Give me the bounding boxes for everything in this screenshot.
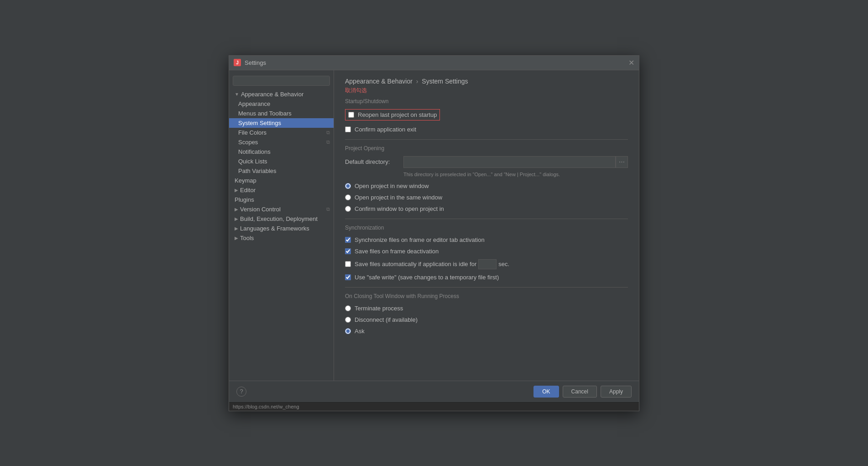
sidebar-item-path-variables[interactable]: Path Variables bbox=[229, 166, 334, 176]
sidebar-label-scopes: Scopes bbox=[238, 139, 258, 146]
close-button[interactable]: ✕ bbox=[628, 58, 634, 67]
save-deactivation-label: Save files on frame deactivation bbox=[355, 248, 439, 255]
sidebar-item-scopes[interactable]: Scopes⧉ bbox=[229, 137, 334, 147]
confirm-exit-checkbox[interactable] bbox=[345, 126, 351, 132]
ask-row: Ask bbox=[345, 327, 628, 335]
reopen-checkbox-row[interactable]: Reopen last project on startup bbox=[345, 109, 440, 120]
sidebar-item-build-execution[interactable]: ▶Build, Execution, Deployment bbox=[229, 214, 334, 224]
cancel-button[interactable]: Cancel bbox=[563, 386, 597, 398]
confirm-window-row: Confirm window to open project in bbox=[345, 204, 628, 213]
sidebar-label-quick-lists: Quick Lists bbox=[238, 158, 267, 165]
browse-button[interactable]: ⋯ bbox=[616, 156, 628, 168]
sidebar-item-appearance-behavior[interactable]: ▼Appearance & Behavior bbox=[229, 89, 334, 99]
sidebar-label-keymap: Keymap bbox=[235, 177, 256, 184]
sidebar-label-menus-toolbars: Menus and Toolbars bbox=[238, 110, 292, 117]
sync-files-row: Synchronize files on frame or editor tab… bbox=[345, 236, 628, 244]
breadcrumb: Appearance & Behavior › System Settings bbox=[345, 78, 628, 85]
closing-section-label: On Closing Tool Window with Running Proc… bbox=[345, 293, 628, 299]
ask-label: Ask bbox=[355, 328, 365, 335]
disconnect-label: Disconnect (if available) bbox=[355, 316, 418, 323]
dir-hint: This directory is preselected in "Open..… bbox=[403, 172, 628, 177]
sidebar-item-appearance[interactable]: Appearance bbox=[229, 99, 334, 109]
arrow-icon-editor: ▶ bbox=[235, 188, 238, 193]
sidebar-label-version-control: Version Control bbox=[240, 206, 281, 213]
confirm-window-radio[interactable] bbox=[345, 206, 351, 212]
safe-write-checkbox[interactable] bbox=[345, 274, 351, 280]
terminate-label: Terminate process bbox=[355, 305, 403, 312]
sidebar-item-plugins[interactable]: Plugins bbox=[229, 195, 334, 204]
open-same-window-label: Open project in the same window bbox=[355, 194, 442, 201]
sidebar-item-version-control[interactable]: ▶Version Control⧉ bbox=[229, 204, 334, 214]
confirm-exit-label: Confirm application exit bbox=[355, 126, 416, 133]
sidebar-label-plugins: Plugins bbox=[235, 196, 254, 203]
sync-section-label: Synchronization bbox=[345, 225, 628, 231]
dialog-body: ▼Appearance & BehaviorAppearanceMenus an… bbox=[229, 70, 639, 381]
confirm-window-label: Confirm window to open project in bbox=[355, 205, 444, 212]
save-idle-unit: sec. bbox=[498, 261, 509, 267]
content-area: Appearance & Behavior › System Settings … bbox=[334, 70, 639, 381]
help-button[interactable]: ? bbox=[236, 387, 246, 397]
sidebar-item-system-settings[interactable]: System Settings bbox=[229, 118, 334, 128]
default-dir-input[interactable] bbox=[403, 156, 616, 168]
sidebar-label-appearance-behavior: Appearance & Behavior bbox=[241, 91, 303, 98]
open-same-window-radio[interactable] bbox=[345, 194, 351, 200]
help-icon: ? bbox=[240, 388, 243, 395]
save-idle-checkbox[interactable] bbox=[345, 261, 351, 267]
sidebar: ▼Appearance & BehaviorAppearanceMenus an… bbox=[229, 70, 334, 381]
highlight-annotation: 取消勾选 bbox=[345, 87, 628, 94]
disconnect-radio[interactable] bbox=[345, 317, 351, 323]
breadcrumb-part1: Appearance & Behavior bbox=[345, 78, 413, 85]
ok-button[interactable]: OK bbox=[533, 386, 559, 398]
open-new-window-row: Open project in new window bbox=[345, 182, 628, 190]
search-input[interactable] bbox=[237, 78, 326, 84]
footer: ? OK Cancel Apply bbox=[229, 381, 639, 402]
sidebar-label-languages-frameworks: Languages & Frameworks bbox=[240, 225, 309, 232]
sync-files-checkbox[interactable] bbox=[345, 237, 351, 243]
project-opening-section-label: Project Opening bbox=[345, 145, 628, 152]
safe-write-row: Use "safe write" (save changes to a temp… bbox=[345, 273, 628, 282]
sidebar-item-notifications[interactable]: Notifications bbox=[229, 147, 334, 157]
sidebar-item-tools[interactable]: ▶Tools bbox=[229, 233, 334, 243]
disconnect-row: Disconnect (if available) bbox=[345, 315, 628, 324]
open-same-window-row: Open project in the same window bbox=[345, 193, 628, 202]
save-idle-row: Save files automatically if application … bbox=[345, 258, 628, 270]
save-deactivation-row: Save files on frame deactivation bbox=[345, 247, 628, 256]
open-new-window-label: Open project in new window bbox=[355, 183, 429, 189]
arrow-icon-version-control: ▶ bbox=[235, 207, 238, 212]
status-bar: https://blog.csdn.net/w_cheng bbox=[229, 402, 639, 411]
sidebar-item-quick-lists[interactable]: Quick Lists bbox=[229, 157, 334, 166]
safe-write-label: Use "safe write" (save changes to a temp… bbox=[355, 274, 499, 281]
url-text: https://blog.csdn.net/w_cheng bbox=[233, 404, 299, 409]
sidebar-label-tools: Tools bbox=[240, 235, 254, 241]
reopen-checkbox[interactable] bbox=[348, 112, 354, 118]
titlebar-title: Settings bbox=[245, 59, 266, 66]
sidebar-label-system-settings: System Settings bbox=[238, 120, 281, 126]
terminate-row: Terminate process bbox=[345, 304, 628, 313]
open-new-window-radio[interactable] bbox=[345, 183, 351, 189]
sidebar-item-editor[interactable]: ▶Editor bbox=[229, 185, 334, 195]
arrow-icon-build-execution: ▶ bbox=[235, 216, 238, 221]
copy-icon-file-colors: ⧉ bbox=[326, 130, 330, 136]
ask-radio[interactable] bbox=[345, 328, 351, 334]
search-box[interactable] bbox=[233, 76, 330, 86]
sidebar-label-file-colors: File Colors bbox=[238, 129, 267, 136]
copy-icon-version-control: ⧉ bbox=[326, 206, 330, 212]
save-deactivation-checkbox[interactable] bbox=[345, 248, 351, 254]
sidebar-item-file-colors[interactable]: File Colors⧉ bbox=[229, 128, 334, 137]
sidebar-item-languages-frameworks[interactable]: ▶Languages & Frameworks bbox=[229, 224, 334, 233]
confirm-exit-row: Confirm application exit bbox=[345, 125, 628, 134]
save-idle-label: Save files automatically if application … bbox=[355, 261, 476, 267]
sidebar-item-menus-toolbars[interactable]: Menus and Toolbars bbox=[229, 109, 334, 118]
save-idle-input[interactable]: 15 bbox=[478, 259, 497, 269]
app-icon: J bbox=[234, 59, 241, 66]
arrow-icon-tools: ▶ bbox=[235, 236, 238, 241]
terminate-radio[interactable] bbox=[345, 305, 351, 311]
settings-dialog: J Settings ✕ ▼Appearance & BehaviorAppea… bbox=[229, 55, 639, 411]
sidebar-label-notifications: Notifications bbox=[238, 148, 271, 155]
apply-button[interactable]: Apply bbox=[601, 386, 632, 398]
breadcrumb-sep: › bbox=[416, 78, 418, 85]
default-dir-label: Default directory: bbox=[345, 158, 400, 165]
sidebar-item-keymap[interactable]: Keymap bbox=[229, 176, 334, 185]
sidebar-label-editor: Editor bbox=[240, 187, 256, 194]
sidebar-label-path-variables: Path Variables bbox=[238, 168, 277, 174]
